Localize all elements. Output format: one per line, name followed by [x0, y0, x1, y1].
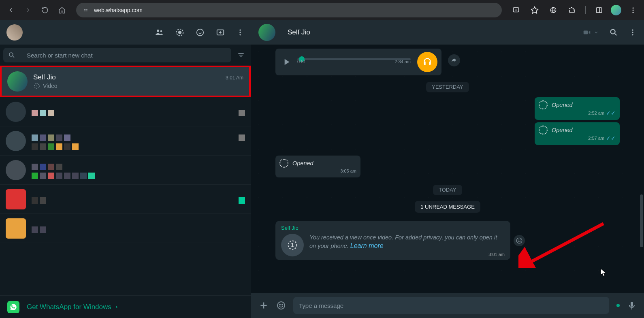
- msg-time: 3:01 am: [488, 252, 505, 257]
- status-icon[interactable]: [175, 28, 184, 37]
- date-divider-today: TODAY: [433, 185, 462, 195]
- communities-icon[interactable]: [154, 28, 164, 37]
- chat-item-redacted[interactable]: [0, 185, 251, 214]
- browser-toolbar: web.whatsapp.com: [0, 0, 644, 20]
- chat-list[interactable]: Self Jio 3:01 Am 1 Video: [0, 66, 251, 295]
- viewonce-text: You received a view once video. For adde…: [309, 234, 497, 249]
- svg-rect-25: [584, 30, 588, 34]
- attach-icon[interactable]: [258, 300, 269, 311]
- chat-item-redacted[interactable]: [0, 214, 251, 243]
- svg-point-37: [279, 304, 280, 305]
- chat-header[interactable]: Self Jio: [251, 20, 644, 45]
- chat-avatar: [7, 71, 28, 92]
- svg-point-0: [84, 9, 85, 10]
- svg-rect-6: [596, 8, 602, 13]
- download-banner[interactable]: Get WhatsApp for Windows: [0, 295, 251, 318]
- composer: [251, 293, 644, 318]
- search-input[interactable]: [27, 52, 226, 59]
- svg-point-17: [239, 32, 241, 33]
- outgoing-message[interactable]: Opened 2:52 am✓✓: [535, 97, 620, 120]
- svg-point-11: [160, 30, 162, 32]
- banner-text: Get WhatsApp for Windows: [27, 303, 119, 311]
- read-ticks-icon: ✓✓: [606, 110, 616, 116]
- filter-icon[interactable]: [235, 49, 247, 62]
- sidebar: Self Jio 3:01 Am 1 Video: [0, 20, 251, 318]
- learn-more-link[interactable]: Learn more: [350, 242, 384, 249]
- viewonce-icon: 1: [33, 82, 41, 90]
- messages-area[interactable]: 0:51 2:34 am YESTERDAY Opened 2:52 am✓✓ …: [251, 45, 644, 293]
- sender-name: Self Jio: [281, 225, 505, 231]
- audio-track[interactable]: [297, 58, 411, 60]
- extensions-icon[interactable]: [565, 3, 579, 17]
- new-chat-icon[interactable]: [216, 28, 225, 37]
- profile-avatar[interactable]: [611, 5, 621, 15]
- search-icon: [8, 51, 15, 59]
- msg-time: 2:57 am: [588, 136, 604, 141]
- divider: [585, 6, 586, 14]
- svg-point-9: [633, 12, 634, 13]
- svg-rect-3: [85, 11, 87, 11]
- svg-rect-39: [631, 302, 633, 307]
- emoji-icon[interactable]: [276, 301, 286, 310]
- channels-icon[interactable]: [196, 28, 205, 37]
- svg-rect-22: [240, 56, 241, 57]
- search-row: [0, 45, 251, 66]
- sidepanel-icon[interactable]: [592, 3, 606, 17]
- read-ticks-icon: ✓✓: [606, 135, 616, 141]
- opened-label: Opened: [552, 102, 573, 108]
- chat-name: Self Jio: [33, 73, 56, 81]
- bookmark-icon[interactable]: [528, 3, 542, 17]
- back-button[interactable]: [4, 3, 18, 17]
- my-profile-avatar[interactable]: [6, 24, 23, 41]
- menu-icon[interactable]: [236, 28, 244, 36]
- install-app-icon[interactable]: [509, 3, 523, 17]
- chat-preview: Video: [43, 83, 58, 89]
- video-call-button[interactable]: [582, 28, 599, 37]
- svg-point-7: [633, 7, 634, 9]
- voice-message[interactable]: 0:51 2:34 am: [275, 49, 441, 75]
- svg-rect-21: [239, 55, 243, 55]
- audio-timestamp: 2:34 am: [395, 59, 411, 64]
- react-emoji-icon[interactable]: [514, 235, 525, 246]
- forward-icon[interactable]: [448, 54, 460, 66]
- viewonce-notice[interactable]: Self Jio 1 You received a view once vide…: [275, 221, 510, 260]
- chat-menu-icon[interactable]: [629, 28, 637, 36]
- forward-button[interactable]: [21, 3, 35, 17]
- chat-item-redacted[interactable]: [0, 156, 251, 185]
- svg-point-19: [9, 53, 13, 56]
- chat-header-avatar[interactable]: [258, 24, 275, 41]
- chat-avatar: [6, 102, 26, 122]
- opened-label: Opened: [292, 160, 313, 166]
- recording-indicator: [616, 304, 620, 307]
- translate-icon[interactable]: [546, 3, 560, 17]
- play-icon[interactable]: [279, 55, 293, 69]
- message-input[interactable]: [293, 297, 609, 314]
- home-button[interactable]: [55, 3, 69, 17]
- chat-item-redacted[interactable]: [0, 97, 251, 126]
- viewonce-icon: [279, 159, 288, 168]
- outgoing-message[interactable]: Opened 2:57 am✓✓: [535, 122, 620, 145]
- site-settings-icon[interactable]: [83, 7, 89, 13]
- viewonce-badge-icon: 1: [281, 234, 304, 256]
- svg-text:1: 1: [291, 242, 294, 248]
- viewonce-icon: [539, 126, 548, 134]
- chat-item-redacted[interactable]: [0, 126, 251, 156]
- sidebar-header: [0, 20, 251, 45]
- scrollbar[interactable]: [640, 194, 643, 247]
- mic-icon[interactable]: [627, 301, 637, 310]
- address-bar[interactable]: web.whatsapp.com: [76, 3, 502, 17]
- audio-duration: 0:51: [297, 59, 306, 64]
- chat-item-self-jio[interactable]: Self Jio 3:01 Am 1 Video: [0, 66, 251, 97]
- whatsapp-logo-icon: [7, 301, 19, 313]
- browser-menu-icon[interactable]: [626, 3, 640, 17]
- svg-point-8: [633, 10, 634, 11]
- cursor-icon: [600, 268, 608, 277]
- svg-point-33: [518, 239, 519, 240]
- chat-time: 3:01 Am: [226, 75, 243, 81]
- url-text: web.whatsapp.com: [94, 7, 143, 13]
- search-box[interactable]: [3, 48, 231, 62]
- search-in-chat-icon[interactable]: [609, 28, 618, 37]
- incoming-message[interactable]: Opened 3:05 am: [275, 156, 360, 177]
- reload-button[interactable]: [38, 3, 52, 17]
- opened-label: Opened: [552, 127, 573, 133]
